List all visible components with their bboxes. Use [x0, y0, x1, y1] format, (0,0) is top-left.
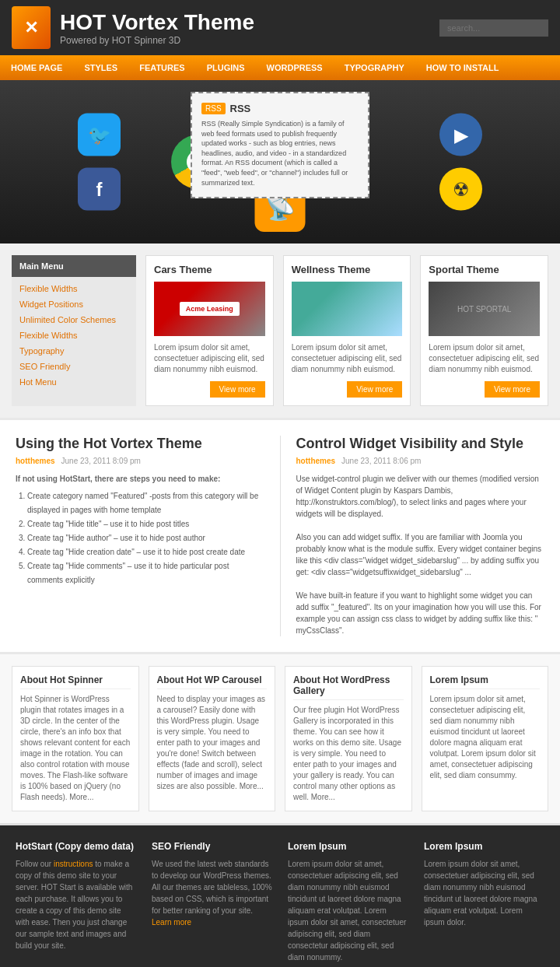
header: ✕ HOT Vortex Theme Powered by HOT Spinne… [0, 0, 560, 55]
theme-cars: Cars Theme Acme Leasing Lorem ipsum dolo… [145, 255, 274, 406]
search-input[interactable] [439, 19, 548, 37]
theme-sportal-title: Sportal Theme [429, 264, 540, 275]
blog-post-2-date: June 23, 2011 8:06 pm [341, 457, 421, 465]
widget-hot-gallery-title: About Hot WordPress Gallery [293, 674, 404, 700]
theme-sportal: Sportal Theme HOT SPORTAL Lorem ipsum do… [420, 255, 548, 406]
site-title: HOT Vortex Theme [60, 10, 254, 35]
widget-hot-spinner-title: About Hot Spinner [20, 674, 131, 689]
dark-section: HotStart (Copy demo data) Follow our ins… [0, 825, 560, 967]
sportal-view-more[interactable]: View more [485, 381, 540, 398]
blog-divider [280, 436, 281, 636]
list-item: Create tag "Hide comments" – use it to h… [27, 559, 264, 587]
theme-sportal-image: HOT SPORTAL [429, 282, 540, 336]
dark-hotstart-title: HotStart (Copy demo data) [16, 841, 136, 852]
theme-wellness-desc: Lorem ipsum dolor sit amet, consectetuer… [292, 342, 403, 375]
widget-lorem-body: Lorem ipsum dolor sit amet, consectetuer… [430, 694, 541, 781]
dark-lorem2-body: Lorem ipsum dolor sit amet, consectetuer… [424, 858, 544, 928]
widget-hot-gallery-body: Our free plugin Hot WordPress Gallery is… [293, 705, 404, 803]
menu-color-schemes[interactable]: Unlimited Color Schemes [12, 312, 136, 328]
list-item: Create tag "Hide author" – use it to hid… [27, 531, 264, 545]
theme-sportal-desc: Lorem ipsum dolor sit amet, consectetuer… [429, 342, 540, 375]
cars-view-more[interactable]: View more [210, 381, 265, 398]
list-item: Create category named "Featured" -posts … [27, 489, 264, 517]
cars-badge: Acme Leasing [180, 302, 240, 316]
widget-hot-spinner: About Hot Spinner Hot Spinner is WordPre… [12, 666, 139, 811]
widget-hot-carousel-body: Need to display your images as a carouse… [157, 694, 268, 792]
dark-hotstart-body: Follow our instructions to make a copy o… [16, 858, 136, 951]
dark-col-hotstart: HotStart (Copy demo data) Follow our ins… [16, 841, 136, 963]
nav-howtoinstall[interactable]: HOW TO INSTALL [415, 55, 510, 80]
theme-cars-title: Cars Theme [154, 264, 265, 275]
blog-post-1-title: Using the Hot Vortex Theme [16, 436, 264, 452]
theme-cars-desc: Lorem ipsum dolor sit amet, consectetuer… [154, 342, 265, 375]
blog-post-1-author: hotthemes [16, 457, 55, 465]
widget-hot-spinner-body: Hot Spinner is WordPress plugin that rot… [20, 694, 131, 803]
dark-hotstart-link[interactable]: instructions [54, 860, 93, 868]
blog-section: Using the Hot Vortex Theme hotthemes Jun… [0, 418, 560, 654]
nuclear-icon: ☢ [439, 168, 482, 211]
widgets-section: About Hot Spinner Hot Spinner is WordPre… [0, 654, 560, 825]
list-item: Create tag "Hide title" – use it to hide… [27, 517, 264, 531]
main-menu: Main Menu Flexible Widths Widget Positio… [12, 255, 136, 406]
rss-tooltip-title: RSS [230, 103, 251, 114]
blog-post-1-date: June 23, 2011 8:09 pm [61, 457, 141, 465]
theme-wellness: Wellness Theme Lorem ipsum dolor sit ame… [283, 255, 411, 406]
dark-col-lorem2: Lorem Ipsum Lorem ipsum dolor sit amet, … [424, 841, 544, 963]
dark-col-seo: SEO Friendly We used the latest web stan… [152, 841, 272, 963]
blog-post-1-steps: Create category named "Featured" -posts … [16, 489, 264, 587]
main-menu-title: Main Menu [12, 255, 136, 277]
nav-wordpress[interactable]: WORDPRESS [256, 55, 334, 80]
themes-section: Main Menu Flexible Widths Widget Positio… [0, 244, 560, 418]
blog-post-2-meta: hotthemes June 23, 2011 8:06 pm [296, 457, 545, 465]
dark-lorem1-title: Lorem Ipsum [288, 841, 408, 852]
widget-hot-carousel: About Hot WP Carousel Need to display yo… [149, 666, 276, 811]
header-logo: ✕ HOT Vortex Theme Powered by HOT Spinne… [12, 6, 254, 49]
blog-post-2: Control Widget Visibility and Style hott… [296, 436, 545, 636]
nav-homepage[interactable]: HOME PAGE [0, 55, 73, 80]
theme-cars-image: Acme Leasing [154, 282, 265, 336]
blog-post-1-meta: hotthemes June 23, 2011 8:09 pm [16, 457, 264, 465]
list-item: Create tag "Hide creation date" – use it… [27, 545, 264, 559]
dark-lorem1-body: Lorem ipsum dolor sit amet, consectetuer… [288, 858, 408, 963]
blog-post-2-body: Use widget-control plugin we deliver wit… [296, 473, 545, 636]
theme-wellness-title: Wellness Theme [292, 264, 403, 275]
menu-flexible-widths[interactable]: Flexible Widths [12, 281, 136, 296]
nav-plugins[interactable]: PLUGINS [196, 55, 256, 80]
widget-lorem-title: Lorem Ipsum [430, 674, 541, 689]
twitter-icon: 🐦 [78, 114, 121, 156]
facebook-icon: f [78, 168, 121, 211]
dark-seo-link[interactable]: Learn more [152, 918, 191, 927]
menu-flexible-widths2[interactable]: Flexible Widths [12, 328, 136, 343]
blog-post-1: Using the Hot Vortex Theme hotthemes Jun… [16, 436, 264, 636]
nav-features[interactable]: FEATURES [128, 55, 195, 80]
menu-typography[interactable]: Typography [12, 343, 136, 359]
logo-box: ✕ [12, 6, 51, 49]
rss-tooltip: RSS RSS RSS (Really Simple Syndication) … [191, 92, 369, 198]
blog-post-2-author: hotthemes [296, 457, 336, 465]
dark-lorem2-title: Lorem Ipsum [424, 841, 544, 852]
widget-lorem: Lorem Ipsum Lorem ipsum dolor sit amet, … [422, 666, 549, 811]
hero-icons-right: ▶ ☢ [439, 114, 482, 211]
dark-seo-body: We used the latest web standards to deve… [152, 858, 272, 928]
hero-icons-left: 🐦 f [78, 114, 121, 211]
widget-hot-carousel-title: About Hot WP Carousel [157, 674, 268, 689]
theme-wellness-image [292, 282, 403, 336]
site-subtitle: Powered by HOT Spinner 3D [60, 35, 254, 46]
menu-hot-menu[interactable]: Hot Menu [12, 374, 136, 390]
blog-post-1-intro: If not using HotStart, there are steps y… [16, 473, 264, 485]
rss-tooltip-body: RSS (Really Simple Syndication) is a fam… [201, 119, 359, 187]
nav-typography[interactable]: TYPOGRAPHY [334, 55, 415, 80]
widget-hot-gallery: About Hot WordPress Gallery Our free plu… [285, 666, 412, 811]
blog-post-2-title: Control Widget Visibility and Style [296, 436, 545, 452]
header-title: HOT Vortex Theme Powered by HOT Spinner … [60, 10, 254, 46]
hero-section: 🐦 f RSS RSS RSS (Really Simple Syndicati… [0, 80, 560, 244]
menu-widget-positions[interactable]: Widget Positions [12, 296, 136, 312]
main-nav: HOME PAGE STYLES FEATURES PLUGINS WORDPR… [0, 55, 560, 80]
menu-seo[interactable]: SEO Friendly [12, 359, 136, 374]
rss-icon-small: RSS [201, 103, 226, 114]
youtube-icon: ▶ [439, 114, 482, 156]
nav-styles[interactable]: STYLES [73, 55, 128, 80]
wellness-view-more[interactable]: View more [347, 381, 402, 398]
dark-seo-title: SEO Friendly [152, 841, 272, 852]
dark-col-lorem1: Lorem Ipsum Lorem ipsum dolor sit amet, … [288, 841, 408, 963]
